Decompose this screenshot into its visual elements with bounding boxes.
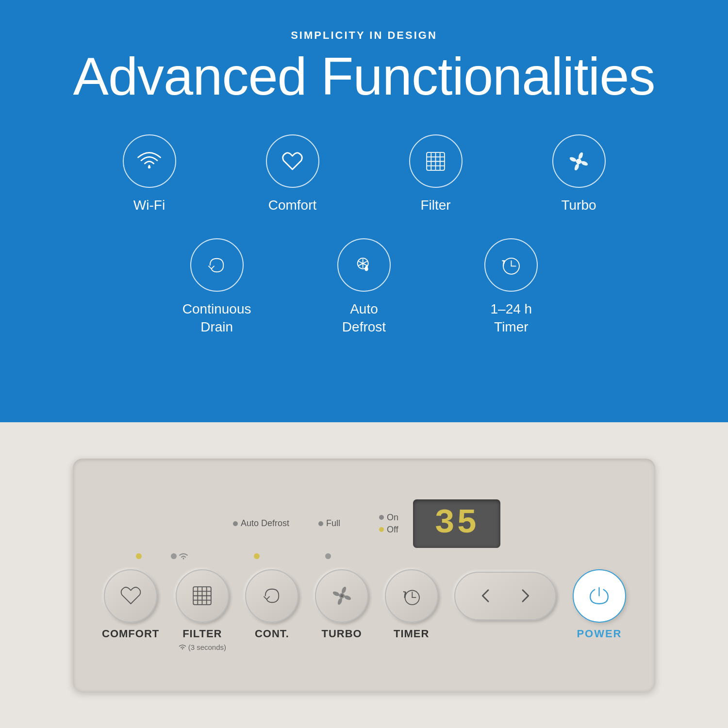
on-label: On <box>387 513 398 523</box>
timer-btn-icon <box>398 582 425 609</box>
main-title: Advanced Functionalities <box>73 47 655 105</box>
off-label: Off <box>387 525 398 535</box>
filter-button-group: FILTER (3 seconds) <box>176 569 229 651</box>
defrost-icon <box>350 252 377 279</box>
power-button[interactable] <box>573 569 626 623</box>
timer-button[interactable] <box>385 569 438 623</box>
subtitle: SIMPLICITY IN DESIGN <box>291 29 437 42</box>
filter-btn-icon <box>189 582 215 609</box>
bottom-section: Auto Defrost Full On Off 35 <box>0 422 728 728</box>
on-off-status: On Off <box>379 513 398 535</box>
full-status: Full <box>318 518 340 529</box>
wifi-small-icon <box>179 553 188 560</box>
filter-icon-circle <box>409 134 463 188</box>
defrost-icon-circle <box>337 238 391 292</box>
svg-point-24 <box>182 648 182 649</box>
status-indicators-row: Auto Defrost Full On Off 35 <box>97 499 631 548</box>
power-btn-label: POWER <box>577 628 622 640</box>
wifi-sublabel: (3 seconds) <box>179 643 226 651</box>
led-filter-dot <box>171 553 177 559</box>
cont-button-group: CONT. <box>245 569 298 640</box>
auto-defrost-status: Auto Defrost <box>233 518 289 529</box>
lcd-display: 35 <box>413 499 500 548</box>
wifi-icon <box>136 148 163 175</box>
buttons-row: COMFORT FILTER <box>97 569 631 651</box>
wifi-sec-label: (3 seconds) <box>188 643 226 651</box>
power-button-group: POWER <box>573 569 626 640</box>
filter-btn-label: FILTER <box>182 628 222 640</box>
feature-timer: 1–24 hTimer <box>457 238 565 336</box>
wifi-icon-circle <box>123 134 176 188</box>
full-dot <box>318 521 323 526</box>
timer-button-group: TIMER <box>385 569 438 640</box>
nav-button[interactable] <box>454 572 556 620</box>
timer-btn-label: TIMER <box>394 628 429 640</box>
feature-auto-defrost: AutoDefrost <box>310 238 418 336</box>
features-row2: ContinuousDrain AutoDefrost <box>163 238 565 336</box>
svg-point-0 <box>148 165 151 168</box>
drain-label: ContinuousDrain <box>182 300 251 336</box>
feature-continuous-drain: ContinuousDrain <box>163 238 271 336</box>
comfort-btn-label: COMFORT <box>102 628 159 640</box>
auto-defrost-dot <box>233 521 238 526</box>
feature-wifi: Wi-Fi <box>97 134 201 214</box>
filter-button[interactable] <box>176 569 229 623</box>
left-arrow-icon <box>478 587 495 604</box>
timer-icon-circle <box>484 238 538 292</box>
drain-icon-circle <box>190 238 244 292</box>
svg-point-10 <box>578 160 580 162</box>
feature-filter: Filter <box>383 134 488 214</box>
top-section: SIMPLICITY IN DESIGN Advanced Functional… <box>0 0 728 422</box>
on-dot <box>379 515 384 520</box>
turbo-btn-icon <box>329 582 355 609</box>
feature-turbo: Turbo <box>527 134 631 214</box>
cont-btn-icon <box>259 582 285 609</box>
features-row1: Wi-Fi Comfort Filter <box>97 134 631 214</box>
comfort-btn-icon <box>117 582 144 609</box>
right-arrow-icon <box>516 587 533 604</box>
defrost-label: AutoDefrost <box>342 300 386 336</box>
led-cont <box>254 553 260 559</box>
turbo-btn-label: TURBO <box>321 628 362 640</box>
cont-btn-label: CONT. <box>255 628 289 640</box>
control-panel: Auto Defrost Full On Off 35 <box>73 459 655 692</box>
svg-point-16 <box>183 558 184 559</box>
led-turbo <box>325 553 331 559</box>
fan-icon <box>565 148 592 175</box>
drain-icon <box>203 252 230 279</box>
power-icon <box>586 582 612 609</box>
wifi-label: Wi-Fi <box>133 197 165 214</box>
led-row <box>97 553 631 560</box>
svg-point-26 <box>341 595 343 597</box>
nav-button-group <box>454 572 556 620</box>
comfort-icon-circle <box>266 134 319 188</box>
turbo-button[interactable] <box>315 569 368 623</box>
heart-icon <box>279 148 306 175</box>
off-dot <box>379 527 384 532</box>
comfort-button-group: COMFORT <box>102 569 159 640</box>
full-status-label: Full <box>326 518 340 529</box>
comfort-button[interactable] <box>104 569 157 623</box>
auto-defrost-status-label: Auto Defrost <box>241 518 289 529</box>
timer-label: 1–24 hTimer <box>491 300 532 336</box>
filter-grid-icon <box>422 148 449 175</box>
led-comfort <box>136 553 142 559</box>
feature-comfort: Comfort <box>240 134 345 214</box>
comfort-label: Comfort <box>268 197 317 214</box>
wifi-sublabel-icon <box>179 643 186 651</box>
turbo-button-group: TURBO <box>315 569 368 640</box>
timer-icon <box>498 252 525 279</box>
cont-button[interactable] <box>245 569 298 623</box>
filter-label: Filter <box>420 197 450 214</box>
turbo-label: Turbo <box>561 197 596 214</box>
turbo-icon-circle <box>552 134 606 188</box>
